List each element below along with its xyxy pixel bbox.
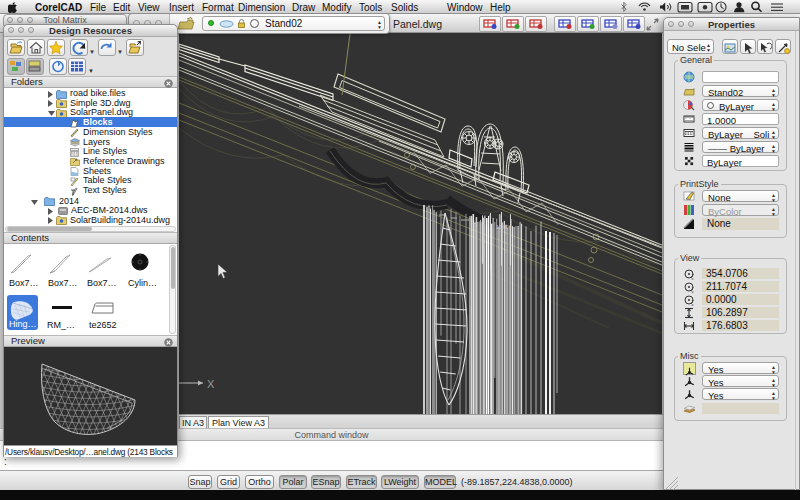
svg-text:x: x xyxy=(692,276,694,281)
svg-text:X: X xyxy=(207,378,215,390)
svg-text:z: z xyxy=(692,302,694,307)
svg-text:10 00: 10 00 xyxy=(496,224,509,230)
svg-text:y: y xyxy=(692,289,694,294)
